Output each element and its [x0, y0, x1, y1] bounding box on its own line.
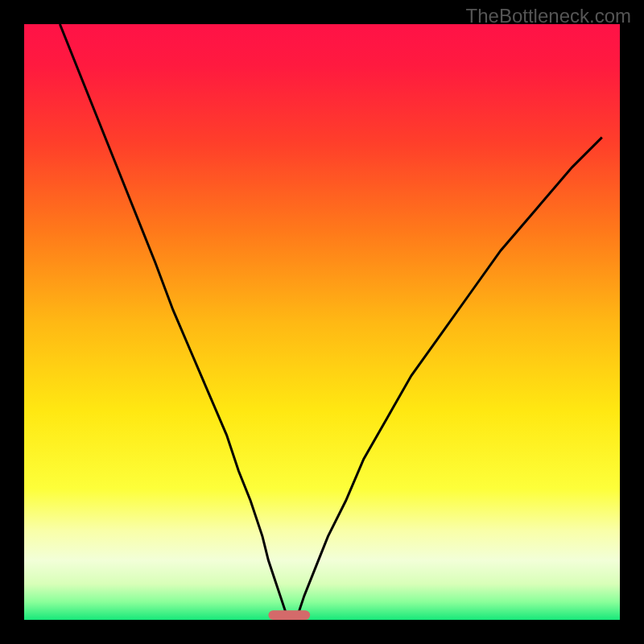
bottleneck-marker [268, 610, 310, 620]
plot-area [24, 24, 620, 620]
bottleneck-chart [0, 0, 644, 644]
watermark-text: TheBottleneck.com [466, 5, 631, 27]
